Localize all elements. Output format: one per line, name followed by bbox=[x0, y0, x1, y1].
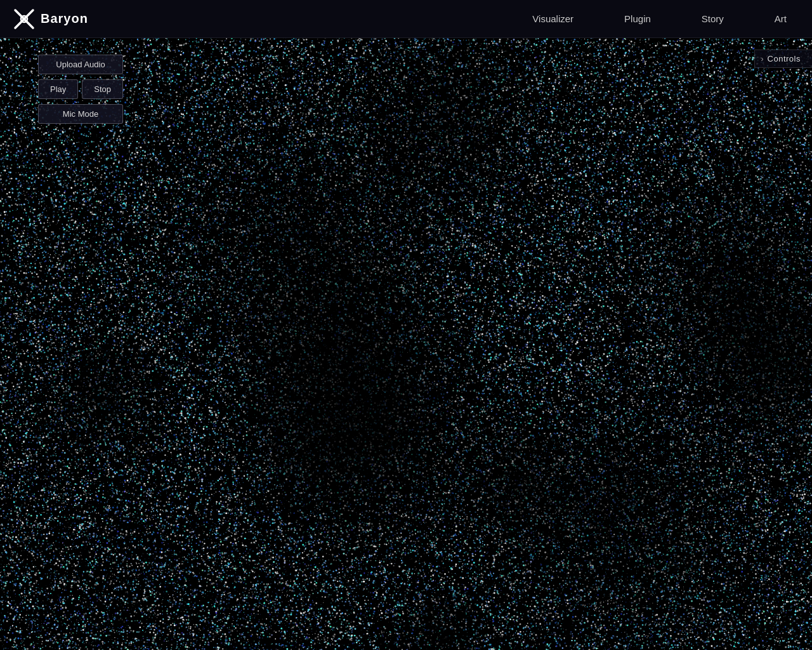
mic-mode-button[interactable]: Mic Mode bbox=[38, 104, 123, 124]
play-button[interactable]: Play bbox=[38, 79, 78, 99]
nav-item-plugin[interactable]: Plugin bbox=[599, 0, 676, 38]
controls-panel[interactable]: › Controls bbox=[754, 50, 812, 68]
logo-text: Baryon bbox=[41, 11, 88, 26]
nav-item-visualizer[interactable]: Visualizer bbox=[507, 0, 599, 38]
navbar: Baryon Visualizer Plugin Story Art bbox=[0, 0, 812, 38]
nav-item-art[interactable]: Art bbox=[749, 0, 812, 38]
upload-audio-button[interactable]: Upload Audio bbox=[38, 55, 123, 74]
nav-links: Visualizer Plugin Story Art bbox=[507, 0, 812, 38]
baryon-logo-icon bbox=[13, 8, 36, 30]
controls-label: Controls bbox=[768, 54, 801, 63]
logo-area: Baryon bbox=[0, 8, 88, 30]
buttons-area: Upload Audio Play Stop Mic Mode bbox=[38, 55, 123, 124]
nav-item-story[interactable]: Story bbox=[676, 0, 749, 38]
playback-controls-row: Play Stop bbox=[38, 79, 123, 99]
controls-chevron-icon: › bbox=[761, 55, 764, 63]
stop-button[interactable]: Stop bbox=[82, 79, 123, 99]
main-area: › Controls Upload Audio Play Stop Mic Mo… bbox=[0, 38, 812, 650]
visualizer-canvas bbox=[0, 38, 812, 650]
